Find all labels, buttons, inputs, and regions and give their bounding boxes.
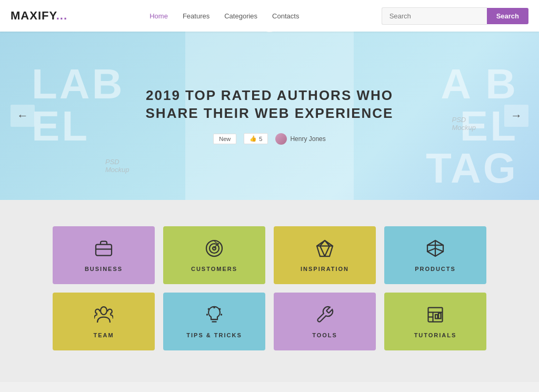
category-tips[interactable]: TIPS & TRICKS bbox=[163, 293, 265, 350]
chart-icon bbox=[426, 305, 445, 327]
logo-dots: ... bbox=[56, 9, 67, 22]
svg-line-19 bbox=[219, 308, 221, 309]
target-icon bbox=[205, 239, 224, 260]
category-customers-label: CUSTOMERS bbox=[191, 266, 237, 272]
hero-meta: New 👍 5 Henry Jones bbox=[138, 133, 401, 145]
category-tools-label: TOOLS bbox=[312, 332, 337, 338]
category-inspiration-label: INSPIRATION bbox=[301, 266, 349, 272]
category-tutorials[interactable]: TUTORIALS bbox=[384, 293, 486, 350]
like-count: 5 bbox=[259, 136, 262, 142]
nav-categories[interactable]: Categories bbox=[224, 12, 257, 20]
svg-line-15 bbox=[435, 248, 443, 252]
team-icon bbox=[94, 305, 113, 327]
lightbulb-icon bbox=[205, 305, 224, 327]
category-team-label: TEAM bbox=[93, 332, 114, 338]
category-tools[interactable]: TOOLS bbox=[274, 293, 376, 350]
category-customers[interactable]: CUSTOMERS bbox=[163, 226, 265, 284]
cube-icon bbox=[426, 239, 445, 260]
psd-mockup-right: PSDMockup bbox=[452, 116, 476, 132]
category-business-label: BUSINESS bbox=[85, 266, 123, 272]
author-avatar bbox=[275, 133, 287, 145]
category-tips-label: TIPS & TRICKS bbox=[186, 332, 242, 338]
author-name: Henry Jones bbox=[290, 135, 325, 143]
category-business[interactable]: BUSINESS bbox=[53, 226, 155, 284]
like-icon: 👍 bbox=[249, 135, 257, 142]
search-button[interactable]: Search bbox=[487, 8, 528, 24]
categories-grid: BUSINESS CUSTOMERS bbox=[53, 226, 486, 350]
hero-title: 2019 TOP RATED AUTHORS WHO SHARE THEIR W… bbox=[138, 87, 401, 123]
svg-line-9 bbox=[320, 246, 325, 256]
category-tutorials-label: TUTORIALS bbox=[414, 332, 457, 338]
svg-line-10 bbox=[325, 246, 330, 256]
hero-content: 2019 TOP RATED AUTHORS WHO SHARE THEIR W… bbox=[138, 87, 401, 145]
svg-rect-26 bbox=[438, 313, 441, 319]
search-bar: Search bbox=[382, 7, 528, 25]
category-products-label: PRODUCTS bbox=[415, 266, 456, 272]
svg-rect-25 bbox=[435, 315, 438, 319]
hero-prev-button[interactable]: ← bbox=[11, 105, 35, 127]
category-products[interactable]: PRODUCTS bbox=[384, 226, 486, 284]
author-info: Henry Jones bbox=[275, 133, 325, 145]
category-inspiration[interactable]: INSPIRATION bbox=[274, 226, 376, 284]
svg-rect-0 bbox=[96, 244, 112, 255]
nav-features[interactable]: Features bbox=[183, 12, 209, 20]
nav-home[interactable]: Home bbox=[149, 12, 168, 20]
tools-icon bbox=[315, 305, 334, 327]
badge-new[interactable]: New bbox=[213, 134, 236, 144]
search-input[interactable] bbox=[382, 7, 487, 25]
nav-contacts[interactable]: Contacts bbox=[272, 12, 299, 20]
hero-next-button[interactable]: → bbox=[504, 105, 528, 127]
hero-section: LABEL A BELTAG PSDMockup PSDMockup ← 201… bbox=[0, 32, 539, 200]
categories-section: BUSINESS CUSTOMERS bbox=[0, 200, 539, 382]
main-nav: Home Features Categories Contacts bbox=[149, 12, 299, 20]
svg-line-14 bbox=[427, 248, 435, 252]
category-team[interactable]: TEAM bbox=[53, 293, 155, 350]
header: MAXIFY... Home Features Categories Conta… bbox=[0, 0, 539, 32]
briefcase-icon bbox=[94, 239, 113, 260]
svg-line-17 bbox=[208, 308, 209, 309]
logo: MAXIFY... bbox=[11, 9, 67, 23]
bg-text-left: LABEL bbox=[32, 63, 124, 147]
psd-mockup-left: PSDMockup bbox=[105, 158, 129, 174]
badge-likes[interactable]: 👍 5 bbox=[244, 133, 268, 144]
svg-marker-5 bbox=[317, 240, 333, 256]
diamond-icon bbox=[315, 239, 334, 260]
